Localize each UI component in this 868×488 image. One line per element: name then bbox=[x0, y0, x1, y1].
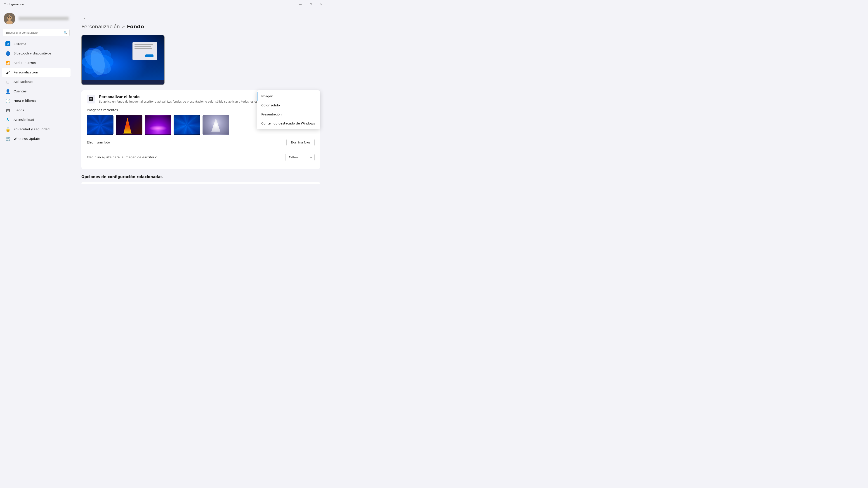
nav-label-privacidad: Privacidad y seguridad bbox=[13, 127, 50, 131]
adjustment-row: Elegir un ajuste para la imagen de escri… bbox=[87, 150, 315, 165]
nav-label-personalizacion: Personalización bbox=[13, 70, 38, 74]
breadcrumb-current: Fondo bbox=[127, 24, 144, 29]
choose-photo-row: Elegir una foto Examinar fotos bbox=[87, 135, 315, 150]
search-box: 🔍 bbox=[3, 29, 70, 36]
nav-label-red: Red e Internet bbox=[13, 61, 36, 65]
nav-item-aplicaciones[interactable]: ⊞ Aplicaciones bbox=[2, 77, 70, 86]
nav-item-privacidad[interactable]: 🔒 Privacidad y seguridad bbox=[2, 125, 70, 134]
nav-label-hora: Hora e idioma bbox=[13, 99, 36, 103]
related-card-contrast[interactable]: ◑ Temas de contraste Temas de color para… bbox=[81, 182, 320, 184]
search-input[interactable] bbox=[3, 29, 70, 36]
svg-rect-5 bbox=[7, 16, 10, 17]
nav-item-cuentas[interactable]: 👤 Cuentas bbox=[2, 87, 70, 96]
search-icon: 🔍 bbox=[64, 31, 67, 35]
title-bar-controls: — □ ✕ bbox=[295, 0, 327, 8]
avatar-image bbox=[4, 13, 16, 24]
dropdown-item-imagen[interactable]: Imagen bbox=[257, 92, 320, 101]
recent-image-3[interactable] bbox=[145, 115, 171, 135]
wifi-icon: 📶 bbox=[5, 60, 10, 65]
juegos-icon: 🎮 bbox=[5, 108, 10, 113]
adjustment-select-wrapper: RellenarAjustarCentrarMosaicoExtenderExp… bbox=[285, 154, 315, 161]
recent-image-1[interactable] bbox=[87, 115, 114, 135]
back-button[interactable]: ← bbox=[81, 14, 89, 22]
preview-flower-svg bbox=[82, 43, 120, 81]
title-bar: Configuración — □ ✕ bbox=[0, 0, 329, 8]
close-button[interactable]: ✕ bbox=[316, 0, 327, 8]
personalizacion-icon: 🖌 bbox=[5, 70, 10, 75]
dropdown-item-contenido[interactable]: Contenido destacado de Windows bbox=[257, 119, 320, 128]
nav-item-accesibilidad[interactable]: ♿ Accesibilidad bbox=[2, 115, 70, 124]
nav-item-hora[interactable]: 🕐 Hora e idioma bbox=[2, 96, 70, 105]
personalizar-card: 🖼 Personalizar el fondo Se aplica un fon… bbox=[81, 90, 320, 169]
window: Configuración — □ ✕ bbox=[0, 0, 329, 184]
browse-photos-button[interactable]: Examinar fotos bbox=[286, 139, 315, 146]
preview-window-button bbox=[145, 55, 153, 57]
nav-item-juegos[interactable]: 🎮 Juegos bbox=[2, 106, 70, 115]
minimize-button[interactable]: — bbox=[295, 0, 306, 8]
nav-item-update[interactable]: 🔄 Windows Update bbox=[2, 134, 70, 143]
main-content: ← Personalización > Fondo bbox=[72, 8, 329, 184]
dropdown-item-presentacion[interactable]: Presentación bbox=[257, 110, 320, 119]
preview-taskbar bbox=[82, 80, 164, 85]
update-icon: 🔄 bbox=[5, 136, 10, 141]
recent-image-5[interactable] bbox=[203, 115, 229, 135]
choose-photo-label: Elegir una foto bbox=[87, 140, 286, 144]
personalizar-dropdown: Imagen Color sólido Presentación Conteni… bbox=[257, 90, 320, 129]
adjustment-select[interactable]: RellenarAjustarCentrarMosaicoExtenderExp… bbox=[285, 154, 315, 161]
related-section-title: Opciones de configuración relacionadas bbox=[81, 175, 320, 179]
desktop-preview bbox=[81, 35, 164, 85]
breadcrumb: Personalización > Fondo bbox=[81, 24, 320, 29]
maximize-button[interactable]: □ bbox=[306, 0, 316, 8]
recent-image-4[interactable] bbox=[174, 115, 200, 135]
privacidad-icon: 🔒 bbox=[5, 127, 10, 132]
card-icon: 🖼 bbox=[87, 95, 95, 103]
avatar bbox=[4, 13, 16, 24]
bluetooth-icon: 🔵 bbox=[5, 51, 10, 56]
cuentas-icon: 👤 bbox=[5, 89, 10, 94]
sistema-icon: 🖥 bbox=[5, 41, 10, 46]
user-profile bbox=[0, 10, 72, 29]
nav-label-cuentas: Cuentas bbox=[13, 90, 27, 93]
nav-label-update: Windows Update bbox=[13, 137, 40, 140]
nav-item-personalizacion[interactable]: 🖌 Personalización bbox=[2, 68, 70, 77]
window-title: Configuración bbox=[4, 2, 24, 6]
nav-label-aplicaciones: Aplicaciones bbox=[13, 80, 33, 84]
accesibilidad-icon: ♿ bbox=[5, 117, 10, 122]
nav-item-red[interactable]: 📶 Red e Internet bbox=[2, 58, 70, 67]
nav-label-juegos: Juegos bbox=[13, 108, 24, 112]
adjustment-label: Elegir un ajuste para la imagen de escri… bbox=[87, 156, 285, 159]
sidebar: 🔍 🖥 Sistema 🔵 Bluetooth y dispositivos 📶… bbox=[0, 8, 72, 184]
recent-image-2[interactable] bbox=[116, 115, 143, 135]
preview-window-element bbox=[132, 42, 157, 60]
nav-item-bluetooth[interactable]: 🔵 Bluetooth y dispositivos bbox=[2, 49, 70, 58]
aplicaciones-icon: ⊞ bbox=[5, 79, 10, 84]
dropdown-item-color[interactable]: Color sólido bbox=[257, 101, 320, 110]
nav-label-sistema: Sistema bbox=[13, 42, 26, 46]
nav-label-bluetooth: Bluetooth y dispositivos bbox=[13, 52, 51, 55]
hora-icon: 🕐 bbox=[5, 98, 10, 103]
breadcrumb-parent[interactable]: Personalización bbox=[81, 24, 120, 29]
user-name bbox=[19, 17, 69, 20]
breadcrumb-separator: > bbox=[122, 24, 125, 29]
card-header: 🖼 Personalizar el fondo Se aplica un fon… bbox=[87, 95, 315, 104]
nav-label-accesibilidad: Accesibilidad bbox=[13, 118, 34, 122]
content-area: 🔍 🖥 Sistema 🔵 Bluetooth y dispositivos 📶… bbox=[0, 8, 329, 184]
nav-item-sistema[interactable]: 🖥 Sistema bbox=[2, 39, 70, 48]
